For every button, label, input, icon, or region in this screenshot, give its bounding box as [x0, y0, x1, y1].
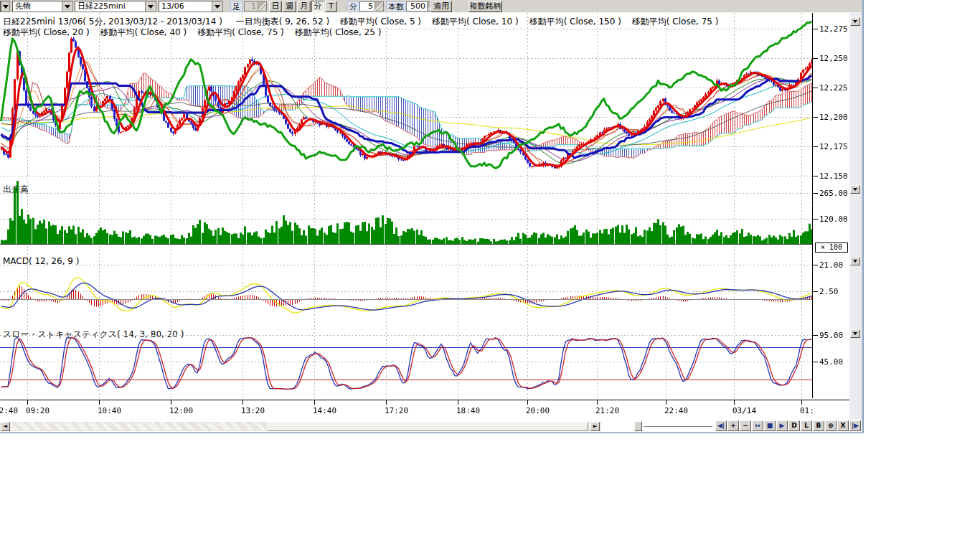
window-right-edge [862, 0, 864, 433]
time-tick-label: 12:00 [169, 406, 193, 415]
time-tick [314, 400, 315, 405]
price-axis-tick-label: 12,250 [819, 54, 848, 63]
price-pane-dropdown-button[interactable] [850, 17, 860, 26]
time-tick-label: 10:40 [98, 406, 121, 415]
chart-region: 日経225mini 13/06( 5分, 2013/03/12 - 2013/0… [0, 13, 864, 419]
bar-mode-button[interactable]: B [813, 420, 824, 431]
zoom-slider-handle[interactable] [634, 421, 642, 431]
clipped-combo-partial[interactable] [0, 1, 10, 12]
scrollbar-thumb[interactable] [267, 422, 588, 431]
jump-to-end-button[interactable]: |▶ [849, 420, 861, 431]
time-tick-label: 03/14 [732, 406, 756, 415]
price-axis-tick-label: 12,225 [819, 83, 848, 93]
combo-dropdown-icon[interactable] [145, 1, 156, 11]
time-tick [527, 400, 528, 405]
scroll-right-button[interactable]: ▶ [776, 420, 788, 431]
spinner-updown-icon[interactable] [374, 2, 383, 11]
bar-interval-label: 足 [230, 1, 242, 11]
combo-dropdown-icon[interactable] [1, 1, 9, 11]
stoch-axis-tick-label: 45.00 [819, 357, 843, 367]
period-tick-button[interactable]: T [325, 1, 337, 12]
volume-axis-tick-label: 120.00 [819, 215, 848, 224]
spinner-updown-icon[interactable] [258, 2, 266, 11]
time-tick-label: 01:20 [800, 406, 815, 415]
volume-pane-dropdown-button[interactable] [850, 185, 860, 194]
contract-month-combo[interactable]: 13/06 [159, 1, 223, 12]
category-combo[interactable]: 先物 [12, 1, 73, 12]
time-tick [386, 400, 387, 405]
price-axis-tick-label: 12,200 [819, 113, 848, 122]
volume-multiplier-badge: × 100 [815, 242, 848, 253]
time-tick-label: 22:40 [664, 406, 688, 415]
time-tick-label: 20:00 [526, 406, 550, 415]
zoom-slider-groove[interactable] [644, 426, 712, 428]
time-tick-label: 17:20 [385, 406, 408, 415]
main-toolbar: 先物 日経225mini 13/06 足 1 日 週 月 分 T 分 5 本数 … [0, 0, 864, 13]
bar-count-label: 本数 [386, 1, 406, 11]
time-tick-label: 09:20 [26, 406, 50, 415]
zoom-in-button[interactable]: + [727, 420, 739, 431]
minute-label: 分 [347, 1, 359, 11]
bar-interval-value: 1 [245, 2, 258, 11]
price-axis-tick-label: 12,175 [819, 142, 848, 151]
macd-axis-tick-label: 2.50 [819, 287, 839, 296]
delete-button[interactable]: X [837, 420, 849, 431]
pan-mode-button[interactable]: ↔ [752, 420, 763, 431]
jump-to-start-button[interactable]: ◀| [715, 420, 727, 431]
time-tick-label: 13:20 [241, 406, 265, 415]
scrollbar-right-arrow-icon[interactable]: ► [590, 422, 600, 431]
time-tick [801, 400, 802, 405]
contract-month-value: 13/06 [159, 1, 212, 11]
time-tick [597, 400, 598, 405]
pane-options-strip [849, 13, 862, 420]
price-axis-tick-label: 12,275 [819, 24, 848, 34]
price-axis-tick-label: 12,150 [819, 171, 848, 181]
combo-dropdown-icon[interactable] [212, 1, 222, 11]
chevron-down-icon [853, 260, 857, 263]
time-tick-label: 14:40 [313, 406, 336, 415]
minute-value: 5 [360, 2, 374, 11]
apply-button[interactable]: 適用 [430, 1, 452, 12]
bottom-toolbar: ◄ ► ◀|+−↔■▶DLB⊕X|▶ [0, 420, 864, 432]
macd-axis-tick-label: 21.00 [819, 260, 843, 270]
chevron-down-icon [853, 332, 857, 335]
crosshair-button[interactable]: ⊕ [825, 420, 837, 431]
time-axis: 02:4009:2010:4012:0013:2014:4017:2018:40… [0, 400, 815, 418]
volume-axis-tick-label: 265.00 [819, 189, 848, 198]
time-tick [171, 400, 171, 405]
chart-canvas[interactable] [0, 13, 818, 398]
window-bottom-edge [0, 432, 864, 433]
symbol-combo[interactable]: 日経225mini [75, 1, 156, 12]
period-minute-button[interactable]: 分 [311, 1, 324, 12]
stop-button[interactable]: ■ [764, 420, 776, 431]
scrollbar-left-arrow-icon[interactable]: ◄ [1, 422, 10, 431]
minute-spinner[interactable]: 5 [359, 1, 384, 11]
time-tick-label: 21:20 [595, 406, 619, 415]
symbol-value: 日経225mini [75, 1, 145, 11]
category-value: 先物 [13, 1, 62, 11]
period-month-button[interactable]: 月 [297, 1, 311, 12]
macd-pane-dropdown-button[interactable] [850, 257, 860, 265]
time-tick [666, 400, 666, 405]
time-tick [734, 400, 735, 405]
bar-count-value: 500 [407, 2, 427, 11]
multi-symbol-button[interactable]: 複数銘柄 [468, 1, 502, 12]
time-tick [99, 400, 100, 405]
time-tick [458, 400, 458, 405]
mode-d-button[interactable]: D [788, 420, 800, 431]
zoom-out-button[interactable]: − [740, 420, 751, 431]
line-mode-button[interactable]: L [801, 420, 812, 431]
period-day-button[interactable]: 日 [269, 1, 282, 12]
combo-dropdown-icon[interactable] [62, 1, 72, 11]
stoch-pane-dropdown-button[interactable] [850, 329, 860, 338]
chevron-down-icon [853, 188, 857, 191]
time-tick [242, 400, 243, 405]
chevron-down-icon [853, 20, 857, 23]
time-tick-label: 18:40 [456, 406, 480, 415]
period-week-button[interactable]: 週 [283, 1, 296, 12]
stoch-axis-tick-label: 95.00 [819, 331, 843, 340]
chart-application-window: 先物 日経225mini 13/06 足 1 日 週 月 分 T 分 5 本数 … [0, 0, 864, 433]
time-tick [27, 400, 28, 405]
time-tick-label: 02:40 [0, 406, 18, 415]
bar-interval-spinner[interactable]: 1 [244, 1, 267, 11]
